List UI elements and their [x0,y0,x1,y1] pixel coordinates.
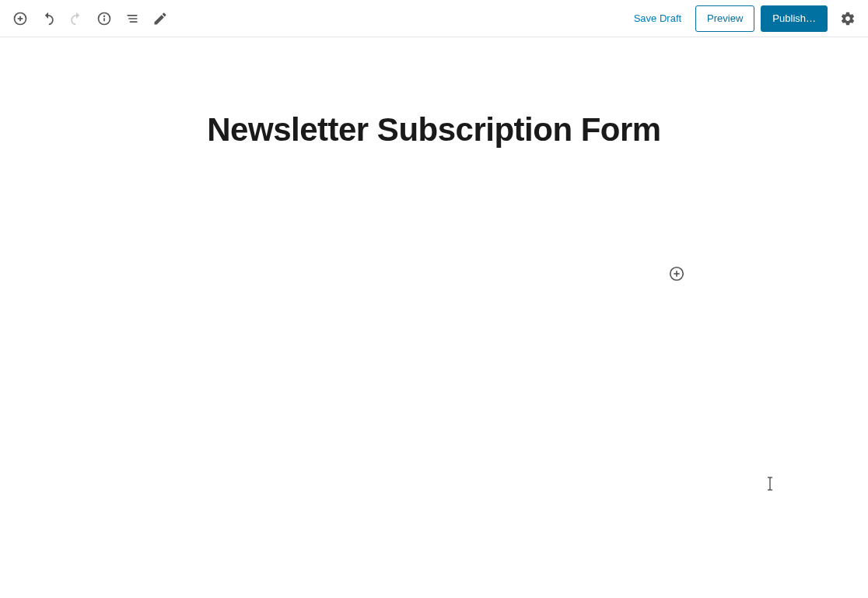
save-draft-button[interactable]: Save Draft [626,8,689,29]
edit-button[interactable] [146,5,174,33]
preview-button[interactable]: Preview [695,5,754,32]
plus-circle-icon [12,11,28,26]
redo-icon [68,11,84,26]
settings-button[interactable] [834,5,862,33]
toolbar-left-group [6,5,174,33]
publish-button[interactable]: Publish… [761,5,828,32]
undo-button[interactable] [34,5,62,33]
redo-button[interactable] [62,5,90,33]
content-info-button[interactable] [90,5,118,33]
editor-content[interactable]: Newsletter Subscription Form [0,37,868,149]
post-title[interactable]: Newsletter Subscription Form [207,111,660,149]
plus-circle-icon [668,265,685,282]
svg-point-5 [104,16,105,16]
editor-toolbar: Save Draft Preview Publish… [0,0,868,37]
info-icon [96,11,112,26]
toolbar-right-group: Save Draft Preview Publish… [626,5,862,33]
gear-icon [840,11,856,26]
pencil-icon [152,11,168,26]
list-icon [124,11,140,26]
block-navigation-button[interactable] [118,5,146,33]
undo-icon [40,11,56,26]
add-block-inline-button[interactable] [666,263,688,285]
text-cursor-indicator [767,477,768,491]
add-block-button[interactable] [6,5,34,33]
